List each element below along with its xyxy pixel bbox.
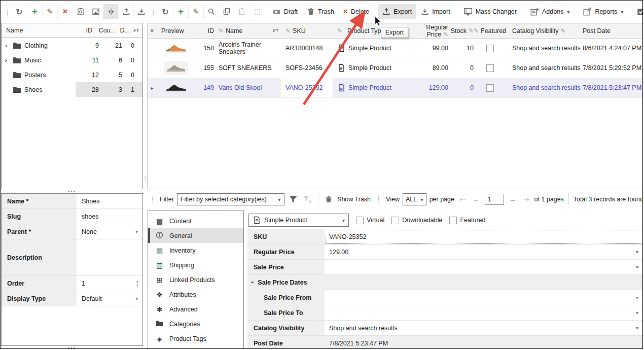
apply-filter-icon[interactable] <box>288 193 299 206</box>
tab-general[interactable]: General <box>148 228 243 243</box>
edit-category-icon[interactable]: ✎ <box>42 4 57 19</box>
column-stock[interactable]: Stock✎ <box>448 27 474 34</box>
tab-attributes[interactable]: ❖Attributes <box>148 287 243 302</box>
regular-price-field[interactable]: 129.00▾ <box>325 244 643 259</box>
paste-icon[interactable] <box>234 4 249 19</box>
expander-icon[interactable]: › <box>2 56 11 64</box>
first-page-button[interactable]: ⇠ <box>457 195 468 203</box>
column-name[interactable]: ✎Name <box>214 27 281 34</box>
show-trash-icon[interactable] <box>323 193 335 206</box>
column-id[interactable]: ID <box>196 27 214 34</box>
tab-content[interactable]: ▤Content <box>148 214 243 228</box>
filter-select[interactable]: Filter by selected category(ies)▾ <box>177 193 284 205</box>
tree-row-shoes-selected[interactable]: Shoes 2831 <box>2 82 142 97</box>
category-slug-field[interactable]: shoes <box>77 209 142 224</box>
show-trash-label[interactable]: Show Trash <box>337 196 371 203</box>
post-date-field[interactable]: 7/8/2021 5:23:47 PM <box>325 336 643 349</box>
tab-inventory[interactable]: ▦Inventory <box>148 243 243 258</box>
featured-checkbox[interactable] <box>486 45 494 52</box>
paging-grip-handle[interactable]: ⋮ <box>374 196 383 203</box>
add-product-icon[interactable]: + <box>173 4 188 19</box>
sale-price-from-field[interactable]: ▾ <box>325 290 643 305</box>
refresh-categories-icon[interactable]: ↻ <box>12 4 27 19</box>
delete-category-icon[interactable]: × <box>57 4 73 19</box>
view-button[interactable]: View▾ <box>632 4 643 19</box>
featured-checkbox[interactable] <box>449 217 457 224</box>
tree-row-count: 5 <box>99 72 122 79</box>
page-number-input[interactable] <box>485 194 504 205</box>
category-description-field[interactable] <box>77 239 142 275</box>
tree-row-posters[interactable]: Posters 1250 <box>2 67 142 82</box>
paste-special-icon[interactable] <box>249 4 264 19</box>
featured-checkbox[interactable] <box>486 84 494 92</box>
last-page-button[interactable]: ⇢ <box>521 195 531 203</box>
tree-column-display[interactable]: D... <box>116 27 130 34</box>
tree-row-clothing[interactable]: › Clothing 9210 <box>2 38 142 53</box>
product-image <box>164 42 188 55</box>
sale-price-to-field[interactable]: ▾ <box>325 305 643 320</box>
category-order-stepper[interactable]: 1 ▲▼ <box>77 276 142 291</box>
import-button[interactable]: Import <box>416 4 454 19</box>
product-row-155[interactable]: 155 SOFT SNEAKERS SOFS-23456 Simple Prod… <box>148 58 643 78</box>
column-sku[interactable]: ✎SKU <box>281 27 333 34</box>
category-parent-select[interactable]: None▾ <box>77 224 142 239</box>
tree-row-music[interactable]: › Music 1160 <box>2 53 142 67</box>
sale-price-dates-section[interactable]: › Sale Price Dates <box>247 275 643 290</box>
column-featured[interactable]: ✎Featured <box>474 27 506 34</box>
clear-filter-icon[interactable] <box>302 193 313 206</box>
grid-burger-icon[interactable]: ≡ <box>148 28 156 33</box>
copy-icon[interactable] <box>219 4 234 19</box>
reports-button[interactable]: Reports▾ <box>578 4 628 19</box>
tree-column-name[interactable]: Name <box>2 27 72 34</box>
tab-categories[interactable]: Categories <box>148 317 243 331</box>
spin-down-icon[interactable]: ▼ <box>136 284 139 287</box>
image-adjust-icon[interactable] <box>88 4 103 19</box>
delete-button[interactable]: × Delete <box>339 4 374 19</box>
search-icon[interactable] <box>203 4 219 19</box>
column-preview[interactable]: Preview <box>156 27 196 34</box>
column-post-date[interactable]: Post Date <box>580 27 643 34</box>
category-name-field[interactable]: Shoes <box>77 194 142 208</box>
expander-icon[interactable]: › <box>2 42 11 49</box>
prev-page-button[interactable]: ← <box>471 195 482 203</box>
refresh-products-icon[interactable]: ↻ <box>158 4 173 19</box>
tab-advanced[interactable]: ✱Advanced <box>148 302 243 317</box>
column-regular-price[interactable]: Regular Price✎ <box>404 24 448 38</box>
spin-up-icon[interactable]: ▲ <box>136 280 139 283</box>
clipboard-preview-icon[interactable] <box>73 4 88 19</box>
add-category-icon[interactable]: + <box>27 4 42 19</box>
featured-checkbox[interactable] <box>486 64 494 72</box>
tree-column-id[interactable]: ID <box>72 27 92 34</box>
catalog-visibility-select[interactable]: Shop and search results▾ <box>325 321 643 335</box>
tab-linked-products[interactable]: ⊞Linked Products <box>148 272 243 287</box>
tree-column-count[interactable]: Cou... <box>92 27 116 34</box>
addons-button[interactable]: Addons▾ <box>525 4 574 19</box>
import-categories-icon[interactable] <box>133 4 149 19</box>
column-catalog-visibility[interactable]: Catalog Visibility✎ <box>506 27 580 34</box>
horizontal-splitter[interactable]: ··· <box>1 189 143 193</box>
product-row-158[interactable]: 158 Arcoiris Trainer Sneakers ART8000148… <box>148 39 643 58</box>
vertical-splitter[interactable]: ⋮ <box>144 172 148 185</box>
sale-price-field[interactable]: ▾ <box>325 260 643 274</box>
toolbar-grip-handle-2[interactable]: ⋮ <box>149 8 158 16</box>
sku-field[interactable]: VANO-25352 <box>325 229 643 244</box>
virtual-checkbox[interactable] <box>356 217 364 224</box>
category-display-type-select[interactable]: Default▾ <box>77 291 142 306</box>
horizontal-splitter-bottom[interactable]: ··· <box>1 346 143 349</box>
edit-product-icon[interactable]: ✎ <box>188 4 203 19</box>
toolbar-grip-handle[interactable]: ⋮ <box>3 8 12 16</box>
trash-button[interactable]: Trash <box>302 4 339 19</box>
per-page-select[interactable]: ALL▾ <box>403 193 426 205</box>
product-type-select[interactable]: Simple Product▾ <box>248 214 349 227</box>
export-button[interactable]: Export <box>378 4 416 19</box>
tab-shipping[interactable]: ▥Shipping <box>148 258 243 272</box>
export-categories-icon[interactable] <box>118 4 133 19</box>
downloadable-checkbox[interactable] <box>391 217 399 224</box>
filter-grip-handle[interactable]: ⋮ <box>148 196 157 203</box>
next-page-button[interactable]: → <box>507 195 518 203</box>
mass-changer-button[interactable]: Mass Changer <box>459 4 521 19</box>
tab-product-tags[interactable]: ◈Product Tags <box>148 331 243 346</box>
split-columns-icon[interactable] <box>103 4 118 19</box>
product-row-149-selected[interactable]: ▸ 149 Vans Old Skool VANO-25352 Simple P… <box>148 78 643 98</box>
draft-button[interactable]: Draft <box>268 4 302 19</box>
